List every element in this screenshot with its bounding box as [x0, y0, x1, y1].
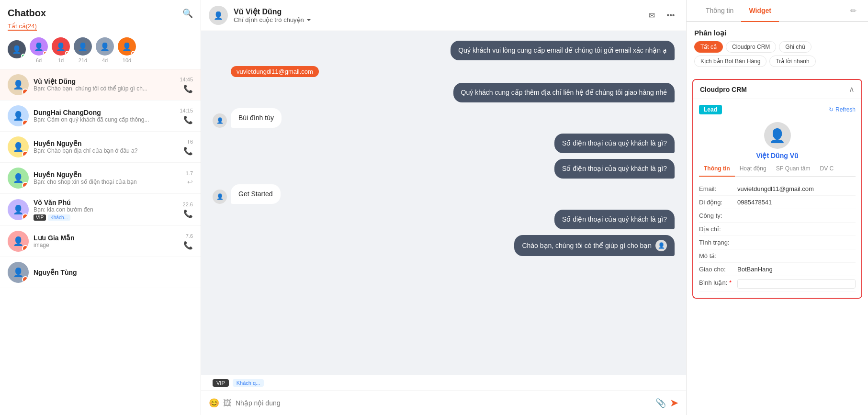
- email-button[interactable]: ✉: [644, 8, 659, 23]
- message-out: Quý khách cung cấp thêm địa chỉ liên hệ …: [453, 83, 675, 102]
- sidebar-title: Chatbox: [8, 8, 46, 19]
- chat-preview: image: [34, 242, 179, 248]
- tag-khach: Khách q...: [233, 379, 264, 387]
- chat-header-avatar: 👤: [209, 6, 228, 25]
- msg-in-avatar: 👤: [213, 190, 227, 204]
- crm-avatar: 👤: [764, 122, 791, 149]
- list-item[interactable]: 👤 Nguyễn Tùng: [0, 257, 201, 288]
- sidebar-subtitle: Tất cả(24): [0, 22, 201, 34]
- attach-button[interactable]: 📎: [655, 398, 666, 408]
- company-value: [737, 212, 856, 219]
- avatar-row: 👤 👤 6d 👤 1d 👤 21d: [0, 34, 201, 69]
- crm-tab-sp-quan-tam[interactable]: SP Quan tâm: [771, 161, 815, 177]
- tag-khach: Khách...: [48, 214, 70, 221]
- avatar: 👤: [8, 168, 29, 189]
- info-row-binh-luan: Bình luận: *: [699, 276, 856, 292]
- tab-thong-tin[interactable]: Thông tin: [698, 0, 741, 22]
- image-button[interactable]: 🖼: [223, 398, 232, 408]
- assign-button[interactable]: Chỉ định cuộc trò chuyện: [234, 16, 312, 23]
- search-button[interactable]: 🔍: [182, 8, 193, 19]
- email-value: vuvietdungdl11@gmail.com: [737, 185, 856, 192]
- refresh-icon: ↻: [829, 106, 834, 113]
- avatar-1[interactable]: 👤: [30, 37, 48, 56]
- status-value: [737, 239, 856, 246]
- crm-tab-thong-tin[interactable]: Thông tin: [699, 161, 735, 177]
- list-item[interactable]: 👤 Huyền Nguyễn Bạn: cho shop xin số điện…: [0, 163, 201, 194]
- list-item[interactable]: 👤 DungHai ChangDong Bạn: Cảm ơn quý khác…: [0, 101, 201, 132]
- cls-tag-ghi-chu[interactable]: Ghi chú: [779, 41, 811, 53]
- right-panel: Thông tin Widget ✏ Phân loại Tất cả Clou…: [686, 0, 868, 415]
- chat-header-name: Vũ Việt Dũng: [234, 7, 638, 16]
- chat-name: Võ Văn Phú: [34, 199, 178, 206]
- assign-to-value: BotBanHang: [737, 266, 856, 273]
- cls-tag-kich-ban[interactable]: Kịch bản Bot Bán Hàng: [694, 56, 767, 67]
- message-in-wrapper: 👤 Bùi đình túy: [213, 108, 675, 128]
- info-row-dia-chi: Địa chỉ:: [699, 223, 856, 236]
- avatar-0[interactable]: 👤: [8, 40, 26, 58]
- chat-list: 👤 Vũ Việt Dũng Bạn: Chào bạn, chúng tôi …: [0, 69, 201, 415]
- avatar-3[interactable]: 👤: [74, 37, 92, 56]
- crm-title: Cloudpro CRM: [700, 86, 747, 93]
- message-out: Số điện thoại của quý khách là gì?: [554, 159, 675, 179]
- info-row-tinh-trang: Tình trạng:: [699, 236, 856, 249]
- chat-name: DungHai ChangDong: [34, 109, 175, 116]
- crm-user-name: Việt Dũng Vũ: [756, 152, 798, 159]
- messages-area: Quý khách vui lòng cung cấp email để chú…: [201, 31, 686, 375]
- crm-panel: Cloudpro CRM ∧ Lead ↻ Refresh 👤 Việt Dũn…: [692, 79, 862, 299]
- list-item[interactable]: 👤 Võ Văn Phú Bạn: kia con bướm đen VIP K…: [0, 194, 201, 226]
- tag-vip: VIP: [34, 214, 46, 221]
- msg-out-avatar: 👤: [655, 240, 667, 251]
- crm-top: Lead ↻ Refresh: [699, 105, 856, 114]
- message-in-wrapper: 👤 Get Started: [213, 184, 675, 204]
- crm-tab-hoat-dong[interactable]: Hoạt động: [735, 161, 771, 177]
- avatar: 👤: [8, 74, 29, 95]
- cls-tag-cloudpro[interactable]: Cloudpro CRM: [726, 41, 776, 53]
- classification-tags: Tất cả Cloudpro CRM Ghi chú Kịch bản Bot…: [687, 41, 868, 73]
- chat-name: Vũ Việt Dũng: [34, 78, 175, 85]
- avatar-4[interactable]: 👤: [96, 37, 114, 56]
- avatar: 👤: [8, 199, 29, 220]
- address-value: [737, 225, 856, 233]
- avatar: 👤: [8, 231, 29, 252]
- phone-value: 0985478541: [737, 199, 856, 206]
- chat-name: Huyền Nguyễn: [34, 140, 179, 147]
- send-button[interactable]: ➤: [670, 397, 678, 409]
- crm-collapse-button[interactable]: ∧: [849, 85, 855, 94]
- chat-input-area: 😊 🖼 📎 ➤: [201, 391, 686, 415]
- info-row-giao-cho: Giao cho: BotBanHang: [699, 263, 856, 276]
- emoji-button[interactable]: 😊: [209, 398, 219, 408]
- main-chat: 👤 Vũ Việt Dũng Chỉ định cuộc trò chuyện …: [201, 0, 686, 415]
- message-in: Get Started: [231, 184, 281, 204]
- more-button[interactable]: •••: [663, 8, 678, 23]
- chat-header: 👤 Vũ Việt Dũng Chỉ định cuộc trò chuyện …: [201, 0, 686, 31]
- right-panel-tabs: Thông tin Widget ✏: [687, 0, 868, 22]
- crm-tabs: Thông tin Hoạt động SP Quan tâm DV C: [699, 161, 856, 177]
- chat-preview: Bạn: kia con bướm đen: [34, 206, 178, 213]
- info-row-cong-ty: Công ty:: [699, 209, 856, 223]
- message-out: Số điện thoại của quý khách là gì?: [554, 134, 675, 153]
- list-item[interactable]: 👤 Vũ Việt Dũng Bạn: Chào bạn, chúng tôi …: [0, 69, 201, 101]
- chat-input[interactable]: [236, 399, 652, 407]
- crm-tab-dv-c[interactable]: DV C: [815, 161, 839, 177]
- edit-icon[interactable]: ✏: [850, 0, 857, 21]
- classification-title: Phân loại: [687, 22, 868, 41]
- crm-body: Lead ↻ Refresh 👤 Việt Dũng Vũ Thông tin …: [693, 99, 861, 298]
- comment-input[interactable]: [737, 279, 856, 289]
- chat-name: Lưu Gia Mẫn: [34, 234, 179, 242]
- message-out: Quý khách vui lòng cung cấp email để chú…: [451, 41, 675, 60]
- cls-tag-tra-loi[interactable]: Trả lời nhanh: [769, 56, 815, 67]
- tab-widget[interactable]: Widget: [741, 0, 779, 22]
- chat-preview: Bạn: cho shop xin số điện thoại của bạn: [34, 179, 181, 185]
- message-out: Chào bạn, chúng tôi có thể giúp gì cho b…: [514, 235, 675, 256]
- info-row-di-dong: Di động: 0985478541: [699, 196, 856, 209]
- list-item[interactable]: 👤 Lưu Gia Mẫn image 7.6 📞: [0, 226, 201, 257]
- list-item[interactable]: 👤 Huyền Nguyễn Bạn: Chào bạn địa chỉ của…: [0, 132, 201, 163]
- avatar: 👤: [8, 136, 29, 157]
- chat-preview: Bạn: Chào bạn, chúng tôi có thể giúp gì …: [34, 85, 175, 92]
- refresh-button[interactable]: ↻ Refresh: [829, 106, 856, 113]
- cls-tag-all[interactable]: Tất cả: [694, 41, 723, 53]
- chat-name: Nguyễn Tùng: [34, 269, 188, 276]
- avatar-2[interactable]: 👤: [52, 37, 70, 56]
- avatar-5[interactable]: 👤: [118, 37, 136, 56]
- tag-vip: VIP: [213, 379, 229, 387]
